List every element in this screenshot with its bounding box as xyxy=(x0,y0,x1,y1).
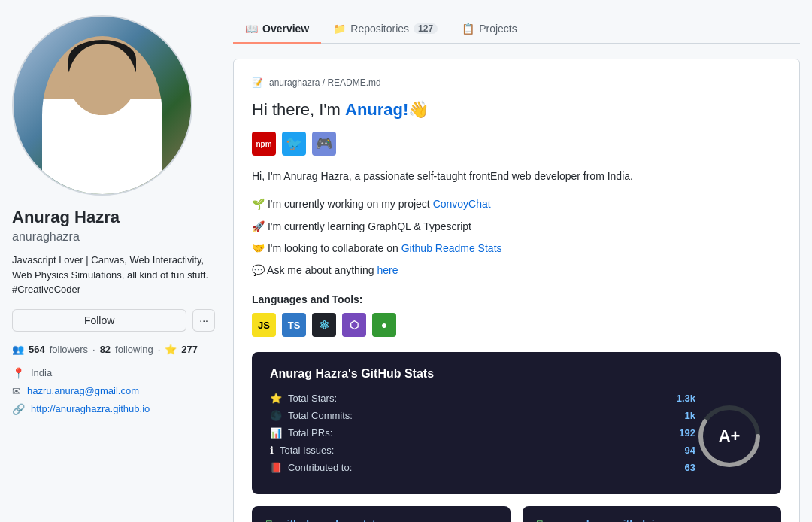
repo-card-header-1: 🖥 anuraghazra.github.io xyxy=(535,518,769,522)
profile-bio: Javascript Lover | Canvas, Web Interacti… xyxy=(12,253,215,297)
github-stats-card: Anurag Hazra's GitHub Stats ⭐ Total Star… xyxy=(252,352,781,494)
avatar-badge: 🌐 xyxy=(164,167,185,188)
sidebar: 🌐 Anurag Hazra anuraghazra Javascript Lo… xyxy=(12,15,215,522)
stars-label: Total Stars: xyxy=(288,393,671,404)
followers-row: 👥 564 followers · 82 following · ⭐ 277 xyxy=(12,344,215,355)
commits-value: 1k xyxy=(685,410,695,421)
star-stat-icon: ⭐ xyxy=(270,393,282,404)
website-item: 🔗 http://anuraghazra.github.io xyxy=(12,403,215,415)
prs-stat-icon: 📊 xyxy=(270,427,282,439)
location-text: India xyxy=(31,367,52,378)
following-count[interactable]: 82 xyxy=(100,344,111,355)
stars-count: 277 xyxy=(181,344,198,355)
social-icons-row: npm 🐦 🎮 xyxy=(252,132,781,156)
stats-content: ⭐ Total Stars: 1.3k 🌑 Total Commits: 1k … xyxy=(270,393,763,479)
repo-card-1: 🖥 anuraghazra.github.io My Portfolio Sit… xyxy=(523,506,781,522)
convoychat-link[interactable]: ConvoyChat xyxy=(433,198,491,210)
contributed-label: Contributed to: xyxy=(288,462,679,473)
tab-overview[interactable]: 📖 Overview xyxy=(233,15,321,44)
follow-row: Follow ··· xyxy=(12,309,215,332)
repositories-tab-icon: 📁 xyxy=(333,23,346,35)
stat-row-stars: ⭐ Total Stars: 1.3k xyxy=(270,393,695,404)
twitter-icon[interactable]: 🐦 xyxy=(282,132,306,156)
issues-label: Total Issues: xyxy=(280,445,679,456)
tech-icons-row: JS TS ⚛ ⬡ ● xyxy=(252,313,781,337)
tab-projects[interactable]: 📋 Projects xyxy=(450,15,529,44)
mail-icon: ✉ xyxy=(12,385,21,397)
stat-row-prs: 📊 Total PRs: 192 xyxy=(270,427,695,439)
readme-path-icon: 📝 xyxy=(252,77,263,88)
commits-stat-icon: 🌑 xyxy=(270,410,282,421)
repo-card-name-0[interactable]: github-readme-stats xyxy=(280,518,382,522)
contributed-value: 63 xyxy=(685,462,695,473)
overview-tab-icon: 📖 xyxy=(245,23,258,35)
discord-icon[interactable]: 🎮 xyxy=(312,132,336,156)
profile-username: anuraghazra xyxy=(12,230,215,244)
readme-name-highlight: Anurag! xyxy=(345,100,408,119)
projects-tab-icon: 📋 xyxy=(462,23,474,35)
email-item: ✉ hazru.anurag@gmail.com xyxy=(12,385,215,397)
stars-value: 1.3k xyxy=(677,393,695,404)
main-content: 📖 Overview 📁 Repositories 127 📋 Projects… xyxy=(233,15,800,522)
commits-label: Total Commits: xyxy=(288,410,679,421)
followers-label: followers xyxy=(50,344,88,355)
overview-tab-label: Overview xyxy=(262,23,309,35)
react-icon: ⚛ xyxy=(312,313,336,337)
prs-value: 192 xyxy=(679,427,695,439)
stats-list: ⭐ Total Stars: 1.3k 🌑 Total Commits: 1k … xyxy=(270,393,695,479)
readme-bullet-list: 🌱 I'm currently working on my project Co… xyxy=(252,193,781,281)
repo-card-header-0: 🖥 github-readme-stats xyxy=(264,518,498,522)
followers-count[interactable]: 564 xyxy=(29,344,45,355)
list-item: 🚀 I'm currently learning GraphQL & Types… xyxy=(252,216,781,238)
repo-card-icon-1: 🖥 xyxy=(535,518,545,522)
readme-card: 📝 anuraghazra / README.md Hi there, I'm … xyxy=(233,59,800,522)
here-link[interactable]: here xyxy=(377,264,398,276)
follow-button[interactable]: Follow xyxy=(12,309,186,332)
redux-icon: ⬡ xyxy=(342,313,366,337)
email-link[interactable]: hazru.anurag@gmail.com xyxy=(27,385,139,396)
stats-card-title: Anurag Hazra's GitHub Stats xyxy=(270,367,763,381)
following-label: following xyxy=(115,344,153,355)
link-icon: 🔗 xyxy=(12,403,25,415)
list-item: 🤝 I'm looking to collaborate on Github R… xyxy=(252,238,781,259)
more-options-button[interactable]: ··· xyxy=(192,309,215,332)
repo-card-0: 🖥 github-readme-stats Dynamically genera… xyxy=(252,506,511,522)
avatar-figure xyxy=(42,36,162,194)
repo-cards-grid: 🖥 github-readme-stats Dynamically genera… xyxy=(252,506,781,522)
readme-header: 📝 anuraghazra / README.md xyxy=(252,77,781,88)
repo-card-name-1[interactable]: anuraghazra.github.io xyxy=(551,518,661,522)
grade-text: A+ xyxy=(719,426,741,446)
readme-description: Hi, I'm Anurag Hazra, a passionate self-… xyxy=(252,168,781,184)
stat-row-commits: 🌑 Total Commits: 1k xyxy=(270,410,695,421)
avatar-head xyxy=(68,44,136,115)
npm-icon[interactable]: npm xyxy=(252,132,276,156)
stat-row-issues: ℹ Total Issues: 94 xyxy=(270,445,695,456)
list-item: 💬 Ask me about anything here xyxy=(252,259,781,281)
github-readme-stats-link[interactable]: Github Readme Stats xyxy=(401,242,502,254)
stat-row-contributed: 📕 Contributed to: 63 xyxy=(270,462,695,473)
tabs-nav: 📖 Overview 📁 Repositories 127 📋 Projects xyxy=(233,15,800,44)
ts-icon: TS xyxy=(282,313,306,337)
wave-emoji: 👋 xyxy=(408,100,429,119)
repo-card-icon-0: 🖥 xyxy=(264,518,274,522)
star-icon: ⭐ xyxy=(165,344,177,355)
issues-stat-icon: ℹ xyxy=(270,445,274,456)
readme-path: anuraghazra / README.md xyxy=(269,77,381,88)
issues-value: 94 xyxy=(685,445,695,456)
readme-heading-text: Hi there, I'm xyxy=(252,100,345,119)
repositories-tab-label: Repositories xyxy=(350,23,409,35)
profile-name: Anurag Hazra xyxy=(12,208,215,227)
node-icon: ● xyxy=(372,313,396,337)
js-icon: JS xyxy=(252,313,276,337)
followers-icon: 👥 xyxy=(12,344,24,355)
location-item: 📍 India xyxy=(12,367,215,379)
website-link[interactable]: http://anuraghazra.github.io xyxy=(31,403,150,414)
avatar: 🌐 xyxy=(12,15,192,196)
projects-tab-label: Projects xyxy=(479,23,517,35)
list-item: 🌱 I'm currently working on my project Co… xyxy=(252,193,781,215)
location-icon: 📍 xyxy=(12,367,25,379)
tab-repositories[interactable]: 📁 Repositories 127 xyxy=(321,15,450,44)
prs-label: Total PRs: xyxy=(288,427,673,439)
contrib-stat-icon: 📕 xyxy=(270,462,282,473)
tools-title: Languages and Tools: xyxy=(252,293,781,305)
